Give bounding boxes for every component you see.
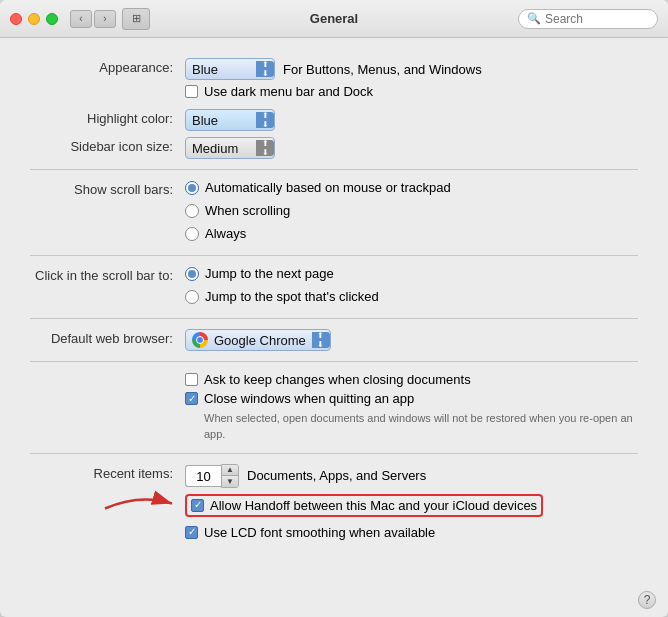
- help-button[interactable]: ?: [638, 591, 656, 609]
- appearance-row: Appearance: Blue ⬆⬇ For Buttons, Menus, …: [30, 58, 638, 103]
- sidebar-icon-value: Medium: [192, 141, 252, 156]
- sidebar-controls: Medium ⬆⬇: [185, 137, 275, 159]
- scroll-scrolling-label: When scrolling: [205, 203, 290, 218]
- scroll-bars-controls: Automatically based on mouse or trackpad…: [185, 180, 451, 245]
- scroll-bars-row: Show scroll bars: Automatically based on…: [30, 180, 638, 245]
- lcd-section: Use LCD font smoothing when available: [30, 525, 638, 540]
- sidebar-icon-arrow: ⬆⬇: [256, 140, 274, 156]
- click-scroll-controls: Jump to the next page Jump to the spot t…: [185, 266, 379, 308]
- lcd-label: Use LCD font smoothing when available: [204, 525, 435, 540]
- traffic-lights: [10, 13, 58, 25]
- jump-spot-label: Jump to the spot that's clicked: [205, 289, 379, 304]
- ask-keep-checkbox[interactable]: [185, 373, 198, 386]
- ask-keep-label: Ask to keep changes when closing documen…: [204, 372, 471, 387]
- appearance-inline: Blue ⬆⬇ For Buttons, Menus, and Windows: [185, 58, 482, 80]
- close-windows-row: Close windows when quitting an app: [185, 391, 638, 406]
- documents-subtext-container: When selected, open documents and window…: [185, 410, 638, 443]
- handoff-section: Allow Handoff between this Mac and your …: [30, 494, 638, 517]
- scroll-auto-row: Automatically based on mouse or trackpad: [185, 180, 451, 195]
- separator-5: [30, 453, 638, 454]
- sidebar-icon-row: Sidebar icon size: Medium ⬆⬇: [30, 137, 638, 159]
- search-box[interactable]: 🔍: [518, 9, 658, 29]
- dark-menu-row: Use dark menu bar and Dock: [185, 84, 482, 99]
- handoff-checkbox[interactable]: [191, 499, 204, 512]
- scroll-always-radio[interactable]: [185, 227, 199, 241]
- nav-buttons: ‹ ›: [70, 10, 116, 28]
- appearance-label: Appearance:: [30, 58, 185, 75]
- recent-items-hint: Documents, Apps, and Servers: [247, 468, 426, 483]
- stepper-down[interactable]: ▼: [222, 476, 238, 487]
- highlight-color-row: Highlight color: Blue ⬆⬇: [30, 109, 638, 131]
- appearance-select[interactable]: Blue ⬆⬇: [185, 58, 275, 80]
- jump-page-label: Jump to the next page: [205, 266, 334, 281]
- window-title: General: [310, 11, 358, 26]
- recent-items-row: Recent items: 10 ▲ ▼ Documents, Apps, an…: [30, 464, 638, 488]
- lcd-row: Use LCD font smoothing when available: [185, 525, 638, 540]
- appearance-value: Blue: [192, 62, 252, 77]
- default-browser-select[interactable]: Google Chrome ⬆⬇: [185, 329, 331, 351]
- separator-3: [30, 318, 638, 319]
- default-browser-label: Default web browser:: [30, 329, 185, 346]
- sidebar-icon-select[interactable]: Medium ⬆⬇: [185, 137, 275, 159]
- stepper-buttons: ▲ ▼: [221, 464, 239, 488]
- red-arrow-annotation: [100, 489, 180, 522]
- lcd-checkbox[interactable]: [185, 526, 198, 539]
- jump-spot-radio[interactable]: [185, 290, 199, 304]
- arrow-svg: [100, 489, 180, 519]
- scroll-auto-label: Automatically based on mouse or trackpad: [205, 180, 451, 195]
- search-input[interactable]: [545, 12, 655, 26]
- stepper-value: 10: [185, 465, 221, 487]
- stepper-up[interactable]: ▲: [222, 465, 238, 476]
- highlight-color-label: Highlight color:: [30, 109, 185, 126]
- sidebar-icon-label: Sidebar icon size:: [30, 137, 185, 154]
- highlight-arrow: ⬆⬇: [256, 112, 274, 128]
- close-button[interactable]: [10, 13, 22, 25]
- back-button[interactable]: ‹: [70, 10, 92, 28]
- recent-items-stepper[interactable]: 10 ▲ ▼: [185, 464, 239, 488]
- default-browser-controls: Google Chrome ⬆⬇: [185, 329, 331, 351]
- highlight-select[interactable]: Blue ⬆⬇: [185, 109, 275, 131]
- close-windows-label: Close windows when quitting an app: [204, 391, 414, 406]
- grid-icon[interactable]: ⊞: [122, 8, 150, 30]
- jump-spot-row: Jump to the spot that's clicked: [185, 289, 379, 304]
- handoff-label: Allow Handoff between this Mac and your …: [210, 498, 537, 513]
- appearance-controls: Blue ⬆⬇ For Buttons, Menus, and Windows …: [185, 58, 482, 103]
- click-scroll-row: Click in the scroll bar to: Jump to the …: [30, 266, 638, 308]
- scroll-scrolling-radio[interactable]: [185, 204, 199, 218]
- close-windows-checkbox[interactable]: [185, 392, 198, 405]
- recent-items-label: Recent items:: [30, 464, 185, 481]
- recent-items-controls: 10 ▲ ▼ Documents, Apps, and Servers: [185, 464, 426, 488]
- scroll-always-label: Always: [205, 226, 246, 241]
- jump-page-row: Jump to the next page: [185, 266, 379, 281]
- scroll-scrolling-row: When scrolling: [185, 203, 451, 218]
- default-browser-arrow: ⬆⬇: [312, 332, 330, 348]
- scroll-auto-radio[interactable]: [185, 181, 199, 195]
- click-scroll-label: Click in the scroll bar to:: [30, 266, 185, 283]
- maximize-button[interactable]: [46, 13, 58, 25]
- default-browser-row: Default web browser: Google Chrome ⬆⬇: [30, 329, 638, 351]
- highlight-controls: Blue ⬆⬇: [185, 109, 275, 131]
- ask-keep-row: Ask to keep changes when closing documen…: [185, 372, 638, 387]
- documents-section: Ask to keep changes when closing documen…: [30, 372, 638, 443]
- scroll-bars-label: Show scroll bars:: [30, 180, 185, 197]
- title-bar: ‹ › ⊞ General 🔍: [0, 0, 668, 38]
- recent-items-inline: 10 ▲ ▼ Documents, Apps, and Servers: [185, 464, 426, 488]
- dark-menu-label: Use dark menu bar and Dock: [204, 84, 373, 99]
- separator-2: [30, 255, 638, 256]
- appearance-hint: For Buttons, Menus, and Windows: [283, 62, 482, 77]
- handoff-container: Allow Handoff between this Mac and your …: [185, 494, 638, 517]
- jump-page-radio[interactable]: [185, 267, 199, 281]
- dark-menu-checkbox[interactable]: [185, 85, 198, 98]
- forward-button[interactable]: ›: [94, 10, 116, 28]
- appearance-arrow: ⬆⬇: [256, 61, 274, 77]
- scroll-always-row: Always: [185, 226, 451, 241]
- documents-subtext: When selected, open documents and window…: [204, 412, 633, 440]
- chrome-icon: [192, 332, 208, 348]
- search-icon: 🔍: [527, 12, 541, 25]
- content-area: Appearance: Blue ⬆⬇ For Buttons, Menus, …: [0, 38, 668, 587]
- highlight-value: Blue: [192, 113, 252, 128]
- bottom-bar: ?: [0, 587, 668, 617]
- default-browser-value: Google Chrome: [214, 333, 306, 348]
- minimize-button[interactable]: [28, 13, 40, 25]
- separator-1: [30, 169, 638, 170]
